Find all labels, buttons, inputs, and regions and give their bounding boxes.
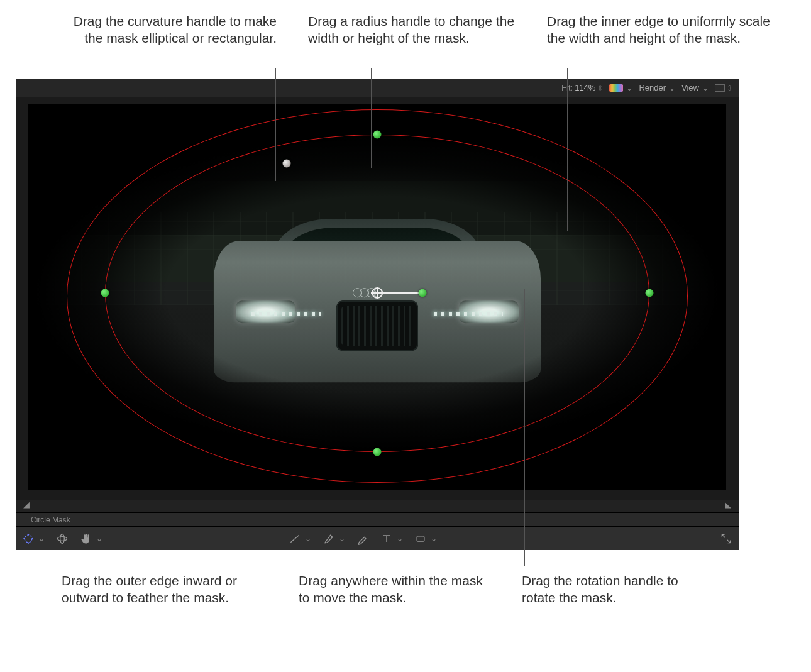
view-menu[interactable]: View: [681, 83, 709, 92]
rotation-arm[interactable]: [377, 292, 422, 294]
leader-curvature: [275, 68, 276, 181]
timeline-mini-strip[interactable]: ◢ ◣: [16, 500, 739, 512]
svg-point-3: [23, 537, 25, 539]
fit-zoom-control[interactable]: Fit: 114%: [561, 83, 603, 92]
chevron-down-icon: [338, 534, 345, 543]
color-channels-menu[interactable]: [609, 83, 632, 92]
leader-outer: [58, 333, 58, 566]
chevron-down-icon: [395, 534, 403, 543]
chevron-down-icon: [668, 83, 675, 92]
playhead-out-icon[interactable]: ◣: [725, 500, 731, 509]
viewer-top-toolbar: Fit: 114% Render View: [16, 79, 739, 97]
svg-point-1: [28, 534, 29, 535]
canvas-tool-bar: [16, 526, 739, 550]
leader-rotate: [524, 289, 525, 566]
line-tool[interactable]: [289, 532, 311, 545]
callout-move: Drag anywhere within the mask to move th…: [299, 572, 487, 607]
paint-stroke-tool[interactable]: [356, 532, 369, 545]
svg-point-2: [28, 542, 29, 543]
radius-handle-left[interactable]: [101, 289, 109, 297]
shape-mask-tool[interactable]: [22, 532, 45, 545]
curvature-handle[interactable]: [282, 160, 290, 168]
svg-rect-9: [417, 536, 424, 541]
callout-outer: Drag the outer edge inward or outward to…: [62, 572, 250, 607]
chevron-down-icon: [37, 534, 45, 543]
viewer-canvas[interactable]: [28, 104, 726, 490]
render-label: Render: [639, 83, 666, 92]
radius-handle-top[interactable]: [373, 131, 382, 139]
chevron-down-icon: [95, 534, 102, 543]
rectangle-mask-tool[interactable]: [414, 532, 437, 545]
chevron-down-icon: [701, 83, 709, 92]
text-tool[interactable]: [380, 532, 403, 545]
leader-inner: [567, 68, 568, 231]
pen-tool[interactable]: [323, 532, 345, 545]
stepper-icon: [597, 83, 603, 92]
callout-rotate: Drag the rotation handle to rotate the m…: [522, 572, 710, 607]
selected-layer-bar: Circle Mask: [16, 512, 739, 526]
rotation-handle[interactable]: [419, 289, 427, 297]
svg-point-4: [32, 537, 33, 539]
aspect-ratio-menu[interactable]: [715, 83, 732, 92]
radius-handle-bottom[interactable]: [373, 448, 382, 456]
fit-value: 114%: [575, 83, 595, 92]
pan-tool[interactable]: [80, 532, 102, 545]
chevron-down-icon: [625, 83, 632, 92]
aspect-ratio-icon: [715, 84, 725, 92]
callout-radius: Drag a radius handle to change the width…: [308, 13, 516, 47]
playhead-in-icon[interactable]: ◢: [23, 500, 30, 509]
viewer-window: Fit: 114% Render View: [16, 79, 739, 550]
leader-move: [301, 393, 301, 566]
stepper-icon: [727, 83, 732, 92]
callout-curvature: Drag the curvature handle to make the ma…: [69, 13, 277, 47]
color-channels-icon: [609, 84, 623, 92]
svg-point-0: [25, 535, 32, 543]
selected-layer-name: Circle Mask: [31, 515, 70, 524]
radius-handle-right[interactable]: [645, 289, 653, 297]
fullscreen-toggle[interactable]: [720, 532, 732, 545]
svg-point-8: [331, 535, 332, 536]
view-label: View: [681, 83, 699, 92]
chevron-down-icon: [304, 534, 311, 543]
svg-point-6: [60, 534, 65, 543]
svg-point-5: [58, 536, 67, 541]
chevron-down-icon: [429, 534, 437, 543]
callout-inner: Drag the inner edge to uniformly scale t…: [547, 13, 780, 47]
svg-line-7: [290, 535, 299, 543]
render-menu[interactable]: Render: [639, 83, 675, 92]
leader-radius: [371, 68, 372, 168]
